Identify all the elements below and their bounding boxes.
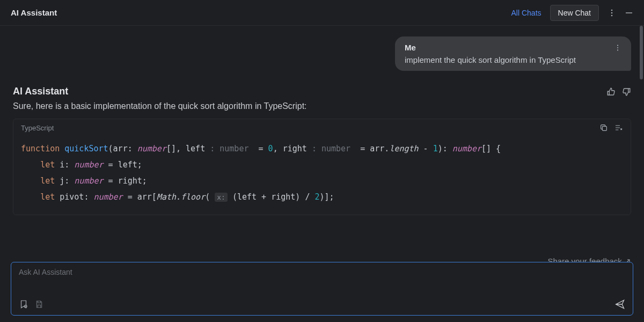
thumbs-down-icon[interactable] [621,87,631,97]
code-content: function quickSort(arr: number[], left :… [13,136,631,215]
thumbs-up-icon[interactable] [606,87,616,97]
scrollbar[interactable] [640,26,643,79]
user-author: Me [405,43,416,52]
message-more-icon[interactable] [614,44,621,52]
bookmark-icon[interactable] [19,299,28,309]
prompt-placeholder: Ask AI Assistant [19,268,625,276]
user-message: Me implement the quick sort algorithm in… [395,36,631,71]
insert-icon[interactable] [614,123,623,132]
all-chats-link[interactable]: All Chats [511,9,541,17]
send-icon[interactable] [614,299,625,310]
header-actions: All Chats New Chat [511,5,634,21]
svg-point-0 [611,9,613,11]
svg-rect-7 [602,126,606,130]
header: AI Assistant All Chats New Chat [0,0,644,26]
code-block: TypeScript function quickSort(arr: numbe… [13,119,631,215]
svg-point-1 [611,12,613,13]
code-language-label: TypeScript [21,124,54,132]
feedback-thumbs [606,87,631,97]
assistant-text: Sure, here is a basic implementation of … [13,101,631,111]
svg-point-5 [617,47,618,48]
new-chat-button[interactable]: New Chat [550,5,599,21]
svg-point-2 [611,14,613,16]
svg-point-4 [617,45,618,46]
assistant-message: AI Assistant Sure, here is a basic imple… [13,86,631,215]
more-vert-icon[interactable] [608,9,616,17]
copy-icon[interactable] [599,123,608,132]
app-title: AI Assistant [11,8,57,17]
prompt-input[interactable]: Ask AI Assistant [11,262,633,316]
user-text: implement the quick sort algorithm in Ty… [405,55,621,64]
assistant-author: AI Assistant [13,86,68,97]
chat-area: Me implement the quick sort algorithm in… [0,26,644,252]
svg-point-6 [617,49,618,50]
minimize-icon[interactable] [625,9,633,17]
save-icon[interactable] [35,299,43,309]
